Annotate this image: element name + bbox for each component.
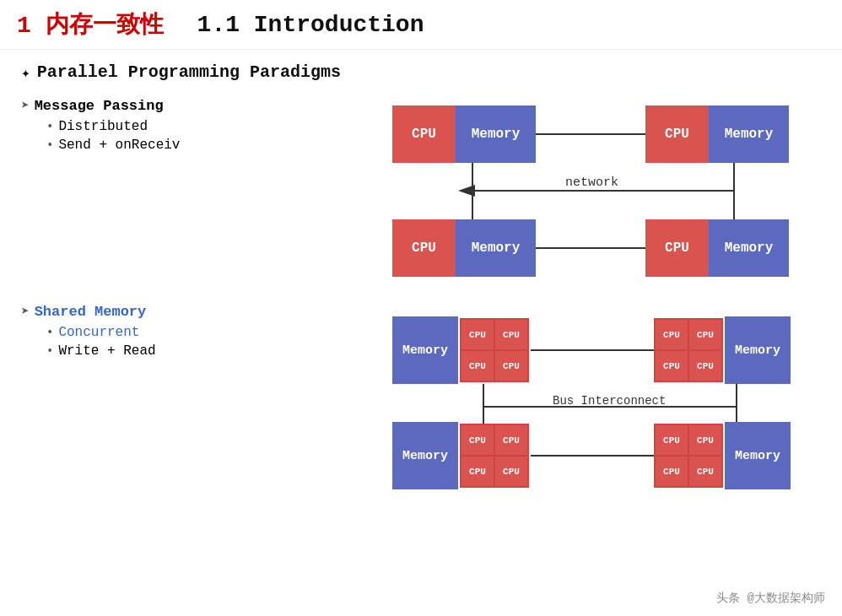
shared-memory-text: Shared Memory: [35, 304, 147, 320]
concurrent-text: Concurrent: [58, 325, 139, 340]
shared-mem-bl: Memory: [392, 422, 458, 489]
bus-label: Bus Interconnect: [553, 394, 666, 408]
message-passing-subitems: • Distributed • Send + onReceiv: [21, 119, 375, 153]
title-english: 1.1 Introduction: [197, 12, 424, 38]
bullet-dot-4: •: [46, 344, 53, 358]
section-title-text: Parallel Programming Paradigms: [37, 62, 341, 82]
svg-marker-5: [458, 185, 475, 197]
message-passing-label: ➤ Message Passing: [21, 97, 375, 114]
bullet-dot-3: •: [46, 326, 53, 339]
cpu-small-tl-4: CPU: [495, 351, 527, 381]
cpu-small-bl-2: CPU: [495, 425, 527, 455]
shared-node-tr: CPU CPU CPU CPU Memory: [654, 316, 791, 384]
shared-mem-br: Memory: [725, 422, 791, 489]
shared-node-bl: Memory CPU CPU CPU CPU: [392, 422, 529, 489]
message-passing-text: Message Passing: [35, 98, 164, 114]
cpu-small-tr-3: CPU: [656, 351, 688, 381]
cpu-small-br-4: CPU: [689, 457, 721, 486]
shared-mem-tl: Memory: [392, 316, 458, 384]
cpu-box-br: CPU: [645, 219, 709, 277]
cpu-small-tr-4: CPU: [689, 351, 721, 381]
cpu-small-tr-2: CPU: [689, 320, 721, 349]
mem-box-bl: Memory: [456, 219, 536, 277]
shared-mem-tr: Memory: [725, 316, 791, 384]
cpu-small-br-1: CPU: [656, 425, 688, 455]
block-top-right: CPU Memory: [645, 105, 789, 163]
section-title: ✦ Parallel Programming Paradigms: [21, 62, 821, 82]
shared-node-tl: Memory CPU CPU CPU CPU: [392, 316, 529, 384]
message-passing-diagram: CPU Memory CPU Memory CPU Memory CPU Mem…: [384, 97, 842, 291]
send-onreceive-item: • Send + onReceiv: [46, 138, 375, 153]
send-receive-text: Send + onReceiv: [58, 138, 180, 153]
header: 1 内存一致性 1.1 Introduction: [0, 0, 842, 50]
arrow-icon-2: ➤: [21, 303, 30, 320]
distributed-item: • Distributed: [46, 119, 375, 134]
concurrent-item: • Concurrent: [46, 325, 375, 340]
cpu-box-tl: CPU: [392, 105, 456, 163]
mem-box-br: Memory: [709, 219, 789, 277]
bullet-dot-2: •: [46, 138, 53, 152]
cpu-small-br-2: CPU: [689, 425, 721, 455]
cpu-small-tl-3: CPU: [461, 351, 494, 381]
main-content: ✦ Parallel Programming Paradigms ➤ Messa…: [0, 50, 842, 515]
shared-node-br: CPU CPU CPU CPU Memory: [654, 422, 791, 489]
section-bullet: ✦: [21, 63, 30, 82]
arrow-icon-1: ➤: [21, 97, 30, 114]
cpu-small-tr-1: CPU: [656, 320, 688, 349]
cpu-small-bl-4: CPU: [495, 457, 527, 486]
shared-memory-subitems: • Concurrent • Write + Read: [21, 325, 375, 359]
cpu-small-bl-3: CPU: [461, 457, 494, 486]
cpu-small-tl-1: CPU: [461, 320, 494, 349]
mem-box-tr: Memory: [709, 105, 789, 163]
cpu-small-bl-1: CPU: [461, 425, 494, 455]
watermark: 头条 @大数据架构师: [716, 591, 825, 606]
cpu-small-tl-2: CPU: [495, 320, 527, 349]
cpu-small-br-3: CPU: [656, 457, 688, 486]
bullet-dot-1: •: [46, 120, 53, 133]
block-bottom-right: CPU Memory: [645, 219, 789, 277]
diagrams-panel: CPU Memory CPU Memory CPU Memory CPU Mem…: [375, 97, 842, 502]
title-chinese: 1 内存一致性: [17, 8, 164, 41]
shared-memory-label: ➤ Shared Memory: [21, 303, 375, 320]
shared-memory-item: ➤ Shared Memory • Concurrent • Write + R…: [21, 303, 375, 359]
block-bottom-left: CPU Memory: [392, 219, 536, 277]
write-read-text: Write + Read: [58, 343, 155, 359]
block-top-left: CPU Memory: [392, 105, 536, 163]
distributed-text: Distributed: [58, 119, 148, 134]
cpu-box-bl: CPU: [392, 219, 456, 277]
content-area: ➤ Message Passing • Distributed • Send +…: [21, 97, 821, 502]
write-read-item: • Write + Read: [46, 343, 375, 359]
message-passing-item: ➤ Message Passing • Distributed • Send +…: [21, 97, 375, 153]
shared-memory-diagram: Memory CPU CPU CPU CPU CPU CPU CPU CPU: [384, 308, 842, 502]
mem-box-tl: Memory: [456, 105, 536, 163]
network-label: network: [565, 176, 618, 190]
left-text-panel: ➤ Message Passing • Distributed • Send +…: [21, 97, 375, 502]
cpu-box-tr: CPU: [645, 105, 709, 163]
